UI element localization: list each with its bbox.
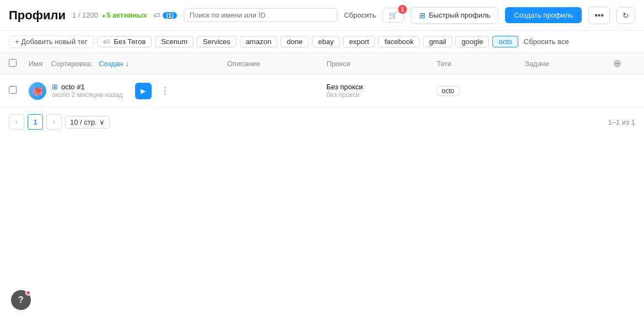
profile-count: 1 / 1200 ●5 активных xyxy=(72,11,147,19)
reset-search-button[interactable]: Сбросить xyxy=(344,11,376,19)
proxy-cell: Без прокси без прокси xyxy=(326,83,437,99)
more-icon: ••• xyxy=(594,10,604,20)
profile-title: ⊞ octo #1 xyxy=(52,83,123,91)
tags-bar: + Добавить новый тег 🏷 Без ТеговScenumSe… xyxy=(0,31,644,53)
row-checkbox[interactable] xyxy=(9,86,17,94)
avatar-icon: 🐙 xyxy=(31,85,44,97)
table-body: 🐙 ⊞ octo #1 около 2 месяцев назад ▶ ⋮ Бе… xyxy=(0,74,644,108)
table-header: Имя Сортировка: Создан ↓ Описание Прокси… xyxy=(0,53,644,74)
tag-done[interactable]: done xyxy=(281,36,309,47)
quick-profile-button[interactable]: ⊞ Быстрый профиль xyxy=(411,7,499,24)
profile-tag[interactable]: octo xyxy=(437,86,459,96)
proxy-column-header: Прокси xyxy=(326,60,437,68)
add-column-icon[interactable]: ⊕ xyxy=(613,57,635,69)
profile-time: около 2 месяцев назад xyxy=(52,91,123,99)
filter-icon: 🛒 xyxy=(389,11,398,19)
windows-os-icon: ⊞ xyxy=(52,83,58,91)
no-tags-icon: 🏷 xyxy=(103,38,110,46)
create-profile-button[interactable]: Создать профиль xyxy=(505,7,582,23)
tags-container: 🏷 Без ТеговScenumServicesamazondoneebaye… xyxy=(97,36,518,47)
table-row: 🐙 ⊞ octo #1 около 2 месяцев назад ▶ ⋮ Бе… xyxy=(0,74,644,108)
active-dot: ● xyxy=(102,13,105,19)
refresh-icon: ↻ xyxy=(622,11,629,20)
tag-octo[interactable]: octo xyxy=(492,36,518,47)
tag-facebook[interactable]: facebook xyxy=(378,36,420,47)
tag-export[interactable]: export xyxy=(343,36,375,47)
reset-all-tags-button[interactable]: Сбросить все xyxy=(524,38,569,46)
profile-name-cell: 🐙 ⊞ octo #1 около 2 месяцев назад ▶ ⋮ xyxy=(29,82,227,100)
profile-name: octo #1 xyxy=(61,83,85,91)
tag-amazon[interactable]: amazon xyxy=(240,36,277,47)
pagination: ‹ 1 › 10 / стр. ∨ 1–1 из 1 xyxy=(0,108,644,136)
add-tag-button[interactable]: + Добавить новый тег xyxy=(9,35,94,48)
tags-cell: octo xyxy=(437,86,525,96)
proxy-main: Без прокси xyxy=(326,83,437,91)
select-all-checkbox[interactable] xyxy=(9,59,17,67)
filter-badge: 1 xyxy=(398,5,407,14)
sort-arrow-icon: ↓ xyxy=(125,60,129,68)
refresh-button[interactable]: ↻ xyxy=(616,7,635,24)
tag-google[interactable]: google xyxy=(455,36,489,47)
pagination-summary: 1–1 из 1 xyxy=(608,118,635,126)
row-more-button[interactable]: ⋮ xyxy=(157,83,173,98)
proxy-sub: без прокси xyxy=(326,91,437,99)
search-input[interactable] xyxy=(190,11,331,19)
tasks-column-header: Задачи xyxy=(525,60,613,68)
select-all-col xyxy=(9,59,29,68)
row-checkbox-cell xyxy=(9,86,29,95)
profile-info: ⊞ octo #1 около 2 месяцев назад xyxy=(52,83,123,99)
tag-gmail[interactable]: gmail xyxy=(423,36,452,47)
search-wrapper xyxy=(184,8,337,22)
tags-column-header: Теги xyxy=(437,60,525,68)
prev-page-button[interactable]: ‹ xyxy=(9,114,24,130)
play-button[interactable]: ▶ xyxy=(135,83,152,99)
name-column-header: Имя Сортировка: Создан ↓ xyxy=(29,60,227,68)
windows-icon: ⊞ xyxy=(419,11,426,20)
filter-button[interactable]: 🛒 1 xyxy=(383,8,404,23)
more-options-button[interactable]: ••• xyxy=(588,7,610,24)
tag-services[interactable]: Services xyxy=(197,36,237,47)
description-column-header: Описание xyxy=(227,60,326,68)
page-1-button[interactable]: 1 xyxy=(28,114,43,130)
tag-icon: 🏷 xyxy=(153,11,160,19)
per-page-select[interactable]: 10 / стр. ∨ xyxy=(65,116,110,129)
tag-filter[interactable]: 🏷 (1) xyxy=(153,11,176,19)
tag-count-badge: (1) xyxy=(163,12,176,19)
header: Профили 1 / 1200 ●5 активных 🏷 (1) Сброс… xyxy=(0,0,644,31)
pagination-left: ‹ 1 › 10 / стр. ∨ xyxy=(9,114,110,130)
avatar: 🐙 xyxy=(29,82,46,100)
next-page-button[interactable]: › xyxy=(46,114,62,130)
tag-без-тегов[interactable]: 🏷 Без Тегов xyxy=(97,36,152,47)
tag-ebay[interactable]: ebay xyxy=(312,36,340,47)
tag-scenum[interactable]: Scenum xyxy=(155,36,194,47)
page-title: Профили xyxy=(9,8,66,23)
